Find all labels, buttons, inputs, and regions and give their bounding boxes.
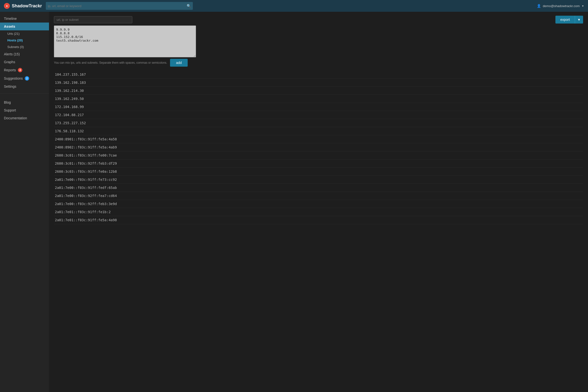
add-host-input[interactable] — [54, 16, 132, 23]
host-list-item[interactable]: 2600:3c01::f03c:91ff:fe00:7cae — [54, 152, 583, 160]
host-list-item[interactable]: 2a01:7e01::f03c:91ff:fe1b:2 — [54, 208, 583, 216]
search-icon[interactable]: 🔍 — [187, 4, 191, 8]
sidebar-label-urls: Urls (21) — [7, 32, 20, 36]
user-dropdown-arrow[interactable]: ▼ — [582, 5, 584, 7]
add-hosts-textarea[interactable]: 9.9.9.9 8.8.8.8 115.152.0.0/16 test5.sha… — [54, 26, 196, 57]
host-list-item[interactable]: 2a01:7e00::f03c:92ff:fea7:cd64 — [54, 192, 583, 200]
sidebar-bottom: Blog Support Documentation — [0, 96, 49, 124]
suggestions-badge: 2 — [25, 76, 29, 80]
sidebar-divider — [0, 93, 49, 94]
sidebar-label-subnets: Subnets (0) — [7, 45, 24, 49]
user-email: demo@shadowtrackr.com — [543, 4, 580, 8]
add-hosts-header: export ▼ — [54, 16, 583, 24]
sidebar-label-suggestions: Suggestions — [4, 76, 23, 80]
sidebar-item-documentation[interactable]: Documentation — [0, 114, 49, 122]
main-content: export ▼ 9.9.9.9 8.8.8.8 115.152.0.0/16 … — [49, 12, 588, 392]
export-dropdown-button[interactable]: ▼ — [575, 16, 583, 24]
host-list-item[interactable]: 2600:3c01::f03c:92ff:feb3:df29 — [54, 160, 583, 168]
export-btn-group: export ▼ — [556, 16, 583, 24]
add-button[interactable]: add — [170, 59, 188, 67]
host-list-item[interactable]: 139.162.198.183 — [54, 79, 583, 87]
sidebar-label-support: Support — [4, 108, 16, 112]
host-list-item[interactable]: 172.104.88.217 — [54, 111, 583, 119]
sidebar-label-assets: Assets — [4, 24, 15, 28]
host-list-item[interactable]: 139.162.214.30 — [54, 87, 583, 95]
sidebar-label-alerts: Alerts (15) — [4, 52, 20, 56]
host-list-item[interactable]: 172.104.168.99 — [54, 103, 583, 111]
sidebar-label-settings: Settings — [4, 84, 16, 88]
host-list-item[interactable]: 104.237.155.167 — [54, 70, 583, 79]
user-icon: 👤 — [537, 4, 541, 8]
sidebar-item-timeline[interactable]: Timeline — [0, 15, 49, 22]
sidebar-label-hosts: Hosts (20) — [7, 38, 23, 42]
add-hint-area: You can mix ips, urls and subnets. Separ… — [54, 59, 583, 67]
host-list-item[interactable]: 2a01:7e01::f03c:91ff:fe5a:4a98 — [54, 216, 583, 224]
sidebar-label-documentation: Documentation — [4, 116, 27, 120]
reports-badge: 4 — [18, 68, 22, 72]
sidebar-item-suggestions[interactable]: Suggestions 2 — [0, 74, 49, 82]
sidebar-item-assets[interactable]: Assets — [0, 22, 49, 30]
sidebar-item-reports[interactable]: Reports 4 — [0, 66, 49, 74]
sidebar-item-subnets[interactable]: Subnets (0) — [0, 44, 49, 50]
host-list-item[interactable]: 2a01:7e00::f03c:91ff:fe73:cc92 — [54, 176, 583, 184]
host-list-item[interactable]: 2400:8902::f03c:91ff:fe5a:4ab9 — [54, 143, 583, 152]
host-list-item[interactable]: 173.255.227.152 — [54, 119, 583, 127]
logo: ● ShadowTrackr — [4, 3, 42, 9]
sidebar-item-urls[interactable]: Urls (21) — [0, 30, 49, 37]
host-list: 104.237.155.167139.162.198.183139.162.21… — [54, 70, 583, 224]
sidebar-label-timeline: Timeline — [4, 17, 17, 20]
host-list-item[interactable]: 2400:8901::f03c:91ff:fe5a:4a58 — [54, 135, 583, 143]
host-list-item[interactable]: 139.162.249.50 — [54, 95, 583, 103]
sidebar-label-blog: Blog — [4, 100, 11, 104]
logo-icon: ● — [4, 3, 10, 9]
export-button[interactable]: export — [556, 16, 575, 24]
sidebar-label-reports: Reports — [4, 68, 16, 72]
header: ● ShadowTrackr 🔍 👤 demo@shadowtrackr.com… — [0, 0, 588, 12]
sidebar-item-alerts[interactable]: Alerts (15) — [0, 50, 49, 58]
app-name: ShadowTrackr — [12, 4, 42, 8]
sidebar-item-blog[interactable]: Blog — [0, 98, 49, 106]
header-search-input[interactable] — [48, 4, 187, 8]
header-search-bar[interactable]: 🔍 — [46, 2, 193, 10]
header-user-area: 👤 demo@shadowtrackr.com ▼ — [537, 4, 584, 8]
add-hosts-section: export ▼ 9.9.9.9 8.8.8.8 115.152.0.0/16 … — [54, 16, 583, 67]
sidebar-item-graphs[interactable]: Graphs — [0, 58, 49, 66]
body: Timeline Assets Urls (21) Hosts (20) Sub… — [0, 12, 588, 392]
host-list-item[interactable]: 176.58.118.132 — [54, 127, 583, 135]
host-list-item[interactable]: 2600:3c03::f03c:91ff:fe0a:12b8 — [54, 168, 583, 176]
sidebar-item-hosts[interactable]: Hosts (20) — [0, 37, 49, 44]
sidebar-label-graphs: Graphs — [4, 60, 15, 64]
sidebar-item-settings[interactable]: Settings — [0, 82, 49, 90]
host-list-item[interactable]: 2a01:7e00::f03c:91ff:fedf:65ab — [54, 184, 583, 192]
sidebar-item-support[interactable]: Support — [0, 106, 49, 114]
host-list-item[interactable]: 2a01:7e00::f03c:92ff:feb3:3e9d — [54, 200, 583, 208]
sidebar: Timeline Assets Urls (21) Hosts (20) Sub… — [0, 12, 49, 392]
add-hint-text: You can mix ips, urls and subnets. Separ… — [54, 61, 167, 64]
